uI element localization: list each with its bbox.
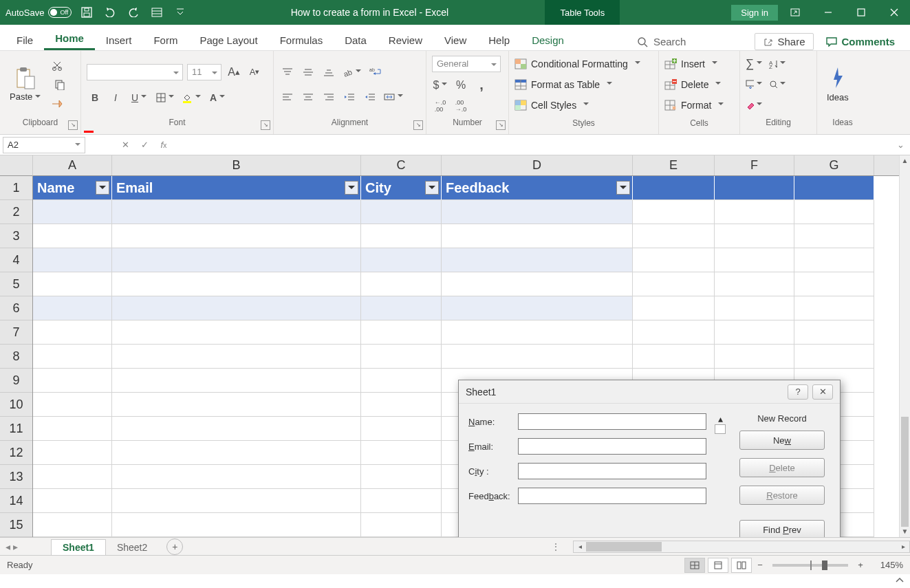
row-header[interactable]: 4	[0, 248, 32, 272]
column-header[interactable]: D	[442, 155, 633, 175]
cell[interactable]	[361, 272, 442, 296]
cell[interactable]	[442, 200, 633, 224]
scroll-thumb[interactable]	[586, 542, 662, 552]
cell[interactable]	[112, 393, 361, 417]
clipboard-launcher-icon[interactable]: ↘	[68, 120, 78, 130]
decrease-indent-icon[interactable]	[341, 89, 358, 105]
cell[interactable]	[33, 393, 112, 417]
cell[interactable]	[361, 248, 442, 272]
tab-data[interactable]: Data	[334, 29, 378, 50]
cell[interactable]	[112, 513, 361, 537]
accounting-format-icon[interactable]: $	[432, 78, 448, 93]
cell[interactable]	[715, 224, 794, 248]
scroll-handle-icon[interactable]	[715, 424, 726, 434]
sign-in-button[interactable]: Sign in	[731, 5, 778, 21]
number-launcher-icon[interactable]: ↘	[496, 120, 506, 130]
conditional-formatting-button[interactable]: Conditional Formatting	[514, 54, 640, 74]
wrap-text-icon[interactable]: ab	[367, 65, 384, 80]
form-name-input[interactable]	[518, 413, 706, 430]
scroll-right-icon[interactable]: ▸	[897, 543, 909, 550]
font-launcher-icon[interactable]: ↘	[261, 120, 270, 130]
cell[interactable]	[112, 465, 361, 489]
form-email-input[interactable]	[518, 438, 706, 455]
cell[interactable]	[715, 296, 794, 320]
cell[interactable]	[715, 345, 794, 369]
horizontal-scrollbar[interactable]: ◂ ▸	[573, 541, 910, 553]
clear-icon[interactable]	[746, 98, 762, 113]
save-icon[interactable]	[78, 4, 95, 21]
quick-form-icon[interactable]	[149, 4, 165, 21]
cell[interactable]	[794, 248, 874, 272]
expand-formula-bar-icon[interactable]: ⌄	[891, 135, 910, 155]
column-header[interactable]: E	[633, 155, 715, 175]
cell[interactable]	[361, 417, 442, 441]
cell[interactable]	[361, 200, 442, 224]
select-all-corner[interactable]	[0, 155, 33, 176]
tab-insert[interactable]: Insert	[95, 29, 143, 50]
cell[interactable]	[794, 224, 874, 248]
tab-review[interactable]: Review	[378, 29, 433, 50]
search-box[interactable]: Search	[637, 36, 686, 47]
cell[interactable]	[361, 465, 442, 489]
tab-design[interactable]: Design	[521, 29, 575, 50]
row-header[interactable]: 2	[0, 200, 32, 224]
row-header[interactable]: 14	[0, 489, 32, 513]
format-cells-button[interactable]: Format	[664, 95, 724, 116]
row-header[interactable]: 10	[0, 393, 32, 417]
row-header[interactable]: 6	[0, 296, 32, 320]
zoom-out-icon[interactable]: −	[755, 560, 766, 570]
cell[interactable]	[794, 176, 874, 200]
cell[interactable]	[794, 200, 874, 224]
format-as-table-button[interactable]: Format as Table	[514, 74, 640, 95]
cell[interactable]	[112, 489, 361, 513]
cell[interactable]	[112, 200, 361, 224]
cell[interactable]	[794, 320, 874, 345]
maximize-icon[interactable]	[845, 0, 877, 25]
comments-button[interactable]: Comments	[821, 34, 900, 50]
cell[interactable]	[715, 248, 794, 272]
dialog-new-button[interactable]: New	[739, 431, 825, 450]
next-sheet-icon[interactable]: ▸	[13, 541, 18, 552]
scroll-thumb[interactable]	[901, 417, 909, 527]
cell[interactable]: Email	[112, 176, 361, 200]
cell[interactable]	[794, 272, 874, 296]
cell[interactable]	[633, 200, 715, 224]
cell[interactable]	[33, 513, 112, 537]
increase-decimal-icon[interactable]: ←.0.00	[432, 98, 448, 113]
formula-input[interactable]	[173, 137, 891, 153]
cell[interactable]	[633, 320, 715, 345]
cell[interactable]	[442, 248, 633, 272]
row-header[interactable]: 3	[0, 224, 32, 248]
enter-formula-icon[interactable]: ✓	[135, 135, 154, 155]
cell[interactable]	[112, 345, 361, 369]
align-middle-icon[interactable]	[300, 65, 316, 80]
cell[interactable]	[442, 345, 633, 369]
cell[interactable]	[112, 248, 361, 272]
tab-help[interactable]: Help	[477, 29, 521, 50]
cell[interactable]	[112, 369, 361, 393]
align-center-icon[interactable]	[300, 89, 316, 105]
cell[interactable]: Feedback	[442, 176, 633, 200]
page-layout-view-icon[interactable]	[708, 558, 728, 573]
cell[interactable]	[361, 296, 442, 320]
delete-cells-button[interactable]: Delete	[664, 74, 724, 95]
cell[interactable]	[361, 224, 442, 248]
dialog-help-icon[interactable]: ?	[788, 384, 808, 400]
fill-icon[interactable]	[746, 77, 762, 92]
cell[interactable]	[794, 296, 874, 320]
normal-view-icon[interactable]	[684, 558, 705, 573]
cell[interactable]	[361, 320, 442, 345]
align-right-icon[interactable]	[321, 89, 337, 105]
cell[interactable]	[361, 441, 442, 465]
zoom-slider[interactable]	[772, 564, 848, 567]
cell[interactable]	[361, 513, 442, 537]
dialog-record-scrollbar[interactable]: ▴ ▾	[713, 413, 727, 537]
column-header[interactable]: G	[794, 155, 874, 175]
font-color-icon[interactable]: A	[206, 90, 228, 105]
tab-form[interactable]: Form	[142, 29, 188, 50]
fill-color-icon[interactable]	[180, 90, 202, 105]
column-header[interactable]: A	[33, 155, 112, 175]
tab-page-layout[interactable]: Page Layout	[188, 29, 268, 50]
find-select-icon[interactable]	[769, 77, 786, 92]
ideas-button[interactable]: Ideas	[823, 65, 853, 104]
